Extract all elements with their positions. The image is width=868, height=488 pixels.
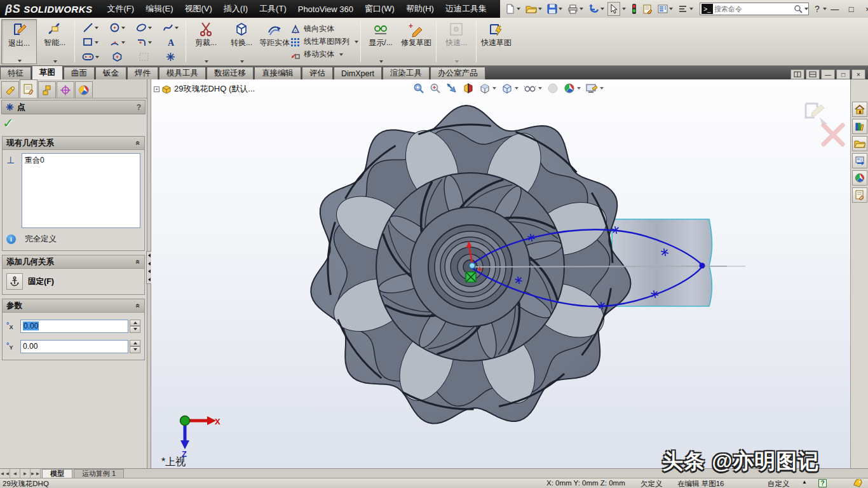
confirmation-corner[interactable] bbox=[806, 104, 843, 144]
options-list-icon[interactable] bbox=[656, 2, 675, 16]
dropdown-arrow[interactable] bbox=[577, 87, 581, 90]
dropdown-arrow[interactable] bbox=[669, 8, 673, 10]
point-tool[interactable] bbox=[157, 52, 184, 62]
tab-dimxpert[interactable]: DimXpert bbox=[334, 67, 382, 79]
tab-sheet-metal[interactable]: 钣金 bbox=[95, 67, 126, 79]
dropdown-arrow[interactable] bbox=[580, 8, 583, 10]
feature-manager-tab[interactable] bbox=[1, 81, 19, 98]
sketch-picture-tool[interactable] bbox=[130, 52, 157, 62]
doc-minimize-button[interactable]: — bbox=[821, 69, 835, 79]
display-style-button[interactable] bbox=[500, 82, 520, 95]
cancel-sketch-icon[interactable] bbox=[824, 125, 843, 144]
collapse-chevron-icon[interactable]: « bbox=[134, 141, 143, 146]
close-button[interactable]: × bbox=[860, 2, 868, 16]
existing-relations-header[interactable]: 现有几何关系 « bbox=[3, 137, 144, 150]
apply-scene-button[interactable] bbox=[585, 83, 605, 94]
spin-up-button[interactable] bbox=[130, 320, 140, 327]
rectangle-tool[interactable] bbox=[77, 37, 104, 48]
menu-insert[interactable]: 插入(I) bbox=[218, 1, 254, 17]
tab-office-products[interactable]: 办公室产品 bbox=[430, 67, 485, 79]
view-palette-button[interactable] bbox=[852, 153, 867, 168]
model-tab[interactable]: 模型 bbox=[42, 469, 72, 478]
offset-entities-button[interactable]: 等距实体 bbox=[259, 19, 290, 64]
view-orientation-button[interactable] bbox=[478, 82, 498, 95]
resources-home-button[interactable] bbox=[852, 102, 867, 117]
display-delete-relations-button[interactable]: 显示/... bbox=[363, 19, 398, 64]
convert-entities-button[interactable]: 转换... bbox=[224, 19, 259, 64]
panel-help-icon[interactable]: ? bbox=[137, 103, 141, 112]
tab-scroll-next[interactable]: ► bbox=[20, 469, 31, 478]
tag-icon[interactable] bbox=[853, 479, 862, 488]
dropdown-arrow[interactable] bbox=[538, 87, 542, 90]
dropdown-arrow[interactable] bbox=[240, 60, 244, 63]
circle-tool[interactable] bbox=[104, 22, 130, 33]
rapid-sketch-button[interactable]: 快速草图 bbox=[478, 19, 514, 64]
collapse-chevron-icon[interactable]: « bbox=[134, 304, 143, 308]
graphics-viewport[interactable]: X Z + 29玫瑰花DHQ (默认... *上视 bbox=[151, 79, 850, 468]
add-relations-header[interactable]: 添加几何关系 « bbox=[3, 255, 144, 269]
menu-tools[interactable]: 工具(T) bbox=[254, 1, 292, 17]
print-button[interactable] bbox=[566, 2, 585, 16]
select-button[interactable] bbox=[607, 2, 620, 16]
relation-item[interactable]: 重合0 bbox=[25, 155, 137, 166]
custom-properties-button[interactable] bbox=[852, 187, 867, 203]
y-coordinate-field[interactable]: 0.00 bbox=[20, 340, 128, 353]
tab-sketch[interactable]: 草图 bbox=[32, 65, 63, 79]
fillet-tool[interactable] bbox=[130, 37, 157, 48]
tree-expand-icon[interactable]: + bbox=[154, 86, 159, 92]
appearances-button[interactable] bbox=[852, 170, 867, 186]
arc-tool[interactable] bbox=[104, 37, 130, 48]
menu-help[interactable]: 帮助(H) bbox=[400, 1, 440, 17]
menu-maidi-tools[interactable]: 迈迪工具集 bbox=[440, 1, 492, 17]
menu-view[interactable]: 视图(V) bbox=[179, 1, 217, 17]
spline-endpoint[interactable] bbox=[700, 263, 705, 269]
tab-features[interactable]: 特征 bbox=[0, 67, 31, 79]
edit-document-icon[interactable] bbox=[641, 2, 654, 16]
shadows-button[interactable] bbox=[546, 82, 560, 95]
previous-view-button[interactable] bbox=[445, 82, 459, 95]
move-entities-button[interactable]: 移动实体 bbox=[290, 48, 358, 61]
spin-up-button[interactable] bbox=[130, 340, 140, 347]
dropdown-arrow[interactable] bbox=[175, 27, 179, 29]
search-input[interactable] bbox=[714, 5, 794, 13]
save-button[interactable] bbox=[545, 2, 564, 16]
dropdown-arrow[interactable] bbox=[492, 87, 496, 90]
dropdown-arrow[interactable] bbox=[689, 8, 693, 10]
dropdown-arrow[interactable] bbox=[559, 8, 562, 10]
dropdown-arrow[interactable] bbox=[339, 53, 343, 56]
dropdown-arrow[interactable] bbox=[515, 87, 519, 90]
dropdown-arrow[interactable] bbox=[53, 60, 57, 63]
edit-appearance-button[interactable] bbox=[562, 82, 582, 95]
tab-surfaces[interactable]: 曲面 bbox=[64, 67, 95, 79]
dropdown-arrow[interactable] bbox=[121, 41, 125, 44]
tab-scroll-first[interactable]: ◄◄ bbox=[0, 469, 10, 478]
document-name[interactable]: 29玫瑰花DHQ (默认... bbox=[174, 83, 255, 95]
ok-button[interactable]: ✓ bbox=[3, 116, 14, 131]
new-file-button[interactable] bbox=[503, 2, 522, 16]
property-manager-tab[interactable] bbox=[20, 79, 37, 98]
tab-mold-tools[interactable]: 模具工具 bbox=[159, 67, 206, 79]
tab-scroll-prev[interactable]: ◄ bbox=[10, 469, 20, 478]
spin-down-button[interactable] bbox=[130, 326, 140, 333]
dropdown-arrow[interactable] bbox=[379, 60, 383, 63]
status-custom-arrow[interactable]: ▲ bbox=[802, 479, 807, 485]
tab-weldments[interactable]: 焊件 bbox=[127, 67, 158, 79]
dropdown-arrow[interactable] bbox=[600, 87, 604, 90]
ellipse-tool[interactable] bbox=[130, 22, 157, 33]
text-tool[interactable]: A bbox=[157, 37, 184, 48]
smart-dimension-button[interactable]: 智能... bbox=[37, 19, 72, 64]
dropdown-arrow[interactable] bbox=[148, 27, 152, 29]
polygon-tool[interactable] bbox=[104, 51, 130, 62]
relations-listbox[interactable]: 重合0 bbox=[22, 153, 140, 228]
undo-button[interactable] bbox=[587, 2, 606, 16]
tab-direct-editing[interactable]: 直接编辑 bbox=[254, 67, 301, 79]
collapse-chevron-icon[interactable]: « bbox=[134, 260, 143, 264]
traffic-light-icon[interactable] bbox=[629, 2, 639, 16]
exit-sketch-button[interactable]: 退出... bbox=[1, 19, 37, 64]
repair-sketch-button[interactable]: + 修复草图 bbox=[398, 19, 434, 64]
dropdown-arrow[interactable] bbox=[18, 60, 22, 62]
tab-render-tools[interactable]: 渲染工具 bbox=[383, 67, 430, 79]
doc-restore-button[interactable]: □ bbox=[836, 69, 850, 79]
dropdown-arrow[interactable] bbox=[804, 8, 808, 10]
display-manager-tab[interactable] bbox=[75, 81, 93, 98]
